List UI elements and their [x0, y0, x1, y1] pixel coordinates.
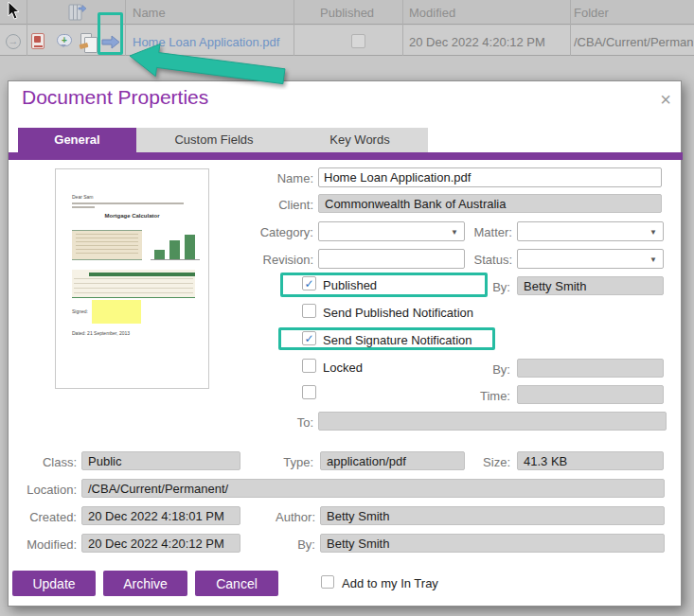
preview-details-table	[72, 230, 142, 260]
chevron-down-icon: ▼	[650, 228, 657, 237]
cancel-button[interactable]: Cancel	[195, 571, 278, 596]
plus-glyph: +	[62, 35, 67, 45]
type-label: Type:	[276, 455, 313, 469]
update-button[interactable]: Update	[12, 571, 96, 596]
category-label: Category:	[228, 225, 313, 239]
tab-custom-fields[interactable]: Custom Fields	[136, 128, 292, 152]
column-header-published[interactable]: Published	[320, 6, 374, 20]
revision-label: Revision:	[228, 253, 313, 267]
close-icon[interactable]: ×	[654, 89, 677, 111]
modified-by-field: Betty Smith	[320, 534, 665, 553]
author-label: Author:	[274, 510, 315, 524]
created-field: 20 Dec 2022 4:18:01 PM	[81, 506, 240, 525]
columns-icon[interactable]	[68, 3, 86, 26]
send-published-checkbox-label[interactable]: Send Published Notification	[323, 306, 473, 320]
name-input[interactable]: Home Loan Application.pdf	[318, 167, 662, 187]
preview-text-line	[72, 202, 184, 204]
annotation-box-published	[280, 273, 488, 297]
locked-checkbox-label[interactable]: Locked	[323, 361, 363, 375]
author-field: Betty Smith	[320, 506, 665, 525]
archive-button[interactable]: Archive	[103, 571, 187, 596]
in-tray-checkbox-label[interactable]: Add to my In Tray	[342, 576, 438, 590]
column-divider	[27, 0, 27, 56]
document-preview-thumbnail[interactable]: Dear Sam Mortgage Calculator Signed: Dat…	[55, 168, 209, 389]
preview-signed-label: Signed:	[72, 308, 88, 314]
row-folder-cell: /CBA/Current/Perman	[574, 35, 694, 49]
preview-dated-text: Dated: 21 September, 2013	[72, 330, 130, 336]
published-by-field: Betty Smith	[517, 276, 664, 295]
client-field: Commonwealth Bank of Australia	[318, 194, 662, 213]
type-field: application/pdf	[320, 451, 465, 470]
mouse-cursor-icon	[8, 1, 22, 25]
modified-label: Modified:	[9, 537, 77, 552]
chevron-down-icon: ▼	[650, 255, 657, 264]
tab-key-words[interactable]: Key Words	[292, 128, 428, 152]
category-dropdown[interactable]: ▼	[318, 221, 465, 241]
column-header-modified[interactable]: Modified	[409, 6, 455, 20]
preview-text-line	[72, 206, 95, 208]
checked-out-checkbox[interactable]	[302, 385, 316, 399]
location-label: Location:	[9, 483, 77, 497]
revision-input[interactable]	[318, 249, 465, 269]
time-field	[517, 385, 664, 404]
modified-by-label: By:	[274, 537, 315, 552]
class-field: Public	[81, 451, 240, 470]
size-field: 41.3 KB	[517, 451, 664, 470]
preview-payments-table	[72, 270, 195, 298]
modified-field: 20 Dec 2022 4:20:12 PM	[81, 534, 240, 553]
pdf-file-icon[interactable]	[31, 33, 44, 49]
annotation-arrow	[118, 38, 298, 94]
copy-document-icon[interactable]	[80, 33, 92, 47]
annotation-box-send-signature	[278, 327, 495, 350]
size-label: Size:	[472, 455, 510, 469]
name-label: Name:	[228, 171, 313, 185]
screen: Name Published Modified Folder → + Home …	[0, 0, 694, 616]
column-header-name[interactable]: Name	[133, 6, 166, 20]
preview-signature-highlight	[92, 300, 141, 324]
preview-bar-chart	[151, 228, 200, 260]
tab-underline-bar	[9, 152, 683, 160]
matter-label: Matter:	[455, 225, 512, 239]
to-field	[318, 412, 667, 431]
locked-by-label: By:	[472, 362, 510, 377]
column-divider	[402, 0, 403, 56]
to-label: To:	[274, 415, 313, 430]
in-tray-checkbox[interactable]	[321, 575, 334, 589]
column-divider	[570, 0, 571, 56]
send-published-checkbox[interactable]	[302, 304, 316, 318]
client-label: Client:	[228, 198, 313, 212]
time-label: Time:	[472, 389, 510, 403]
created-label: Created:	[9, 510, 77, 524]
matter-dropdown[interactable]: ▼	[517, 221, 664, 241]
status-label: Status:	[455, 253, 512, 267]
locked-checkbox[interactable]	[302, 359, 316, 373]
arrow-glyph: →	[9, 35, 19, 46]
tab-general[interactable]: General	[18, 128, 136, 152]
row-published-checkbox[interactable]	[351, 34, 365, 48]
status-dropdown[interactable]: ▼	[517, 249, 664, 269]
row-modified-cell: 20 Dec 2022 4:20:12 PM	[409, 35, 545, 49]
preview-greeting: Dear Sam	[72, 194, 94, 200]
location-field: /CBA/Current/Permanent/	[81, 479, 665, 498]
locked-by-field	[517, 359, 664, 378]
class-label: Class:	[9, 455, 77, 469]
preview-title: Mortgage Calculator	[56, 213, 208, 219]
open-document-icon[interactable]: →	[6, 34, 21, 49]
add-comment-icon[interactable]: +	[57, 34, 72, 46]
column-header-folder[interactable]: Folder	[574, 6, 609, 20]
